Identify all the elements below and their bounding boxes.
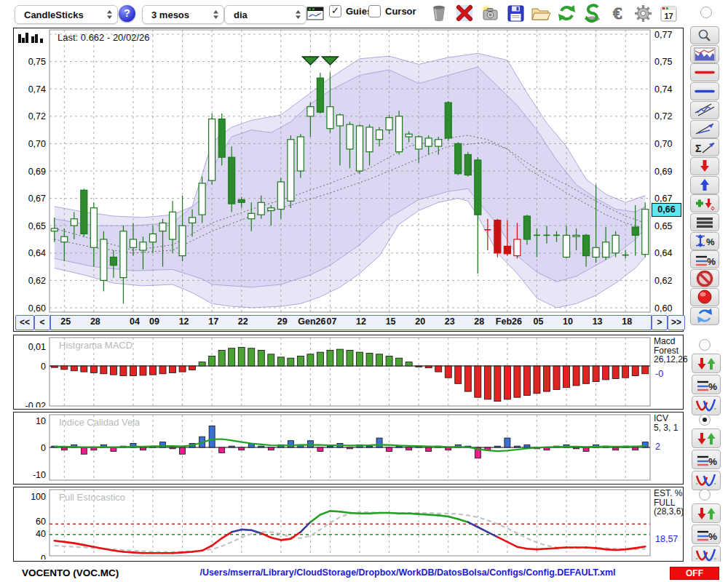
macd-signal-arrows-button[interactable] bbox=[692, 354, 721, 373]
snapshot-camera-icon bbox=[480, 4, 500, 23]
candle bbox=[209, 113, 215, 185]
icv-curve-compare-button[interactable] bbox=[692, 471, 721, 490]
stochastic-levels-percent-button[interactable]: % bbox=[692, 525, 721, 544]
chevron-updown-icon bbox=[106, 9, 113, 20]
toolbar: CandleSticks ? 3 mesos dia bbox=[0, 0, 728, 28]
icv-levels-percent-button[interactable]: % bbox=[692, 450, 721, 469]
reload-undo-icon bbox=[582, 4, 602, 23]
stochastic-current-value: 18,57 bbox=[655, 534, 684, 544]
interval-select[interactable]: dia bbox=[224, 5, 306, 24]
signal-arrows-icon bbox=[695, 506, 718, 521]
x-axis-tick: 22 bbox=[238, 316, 248, 327]
candle bbox=[612, 231, 619, 258]
refresh-button[interactable] bbox=[555, 3, 577, 23]
volume-chart-button[interactable] bbox=[690, 45, 719, 63]
macd-title: Histgrama MACD bbox=[59, 340, 132, 351]
icv-signal-arrows-button[interactable] bbox=[692, 428, 721, 448]
zoom-magnifier-button[interactable] bbox=[690, 26, 719, 44]
levels-percent-icon: % bbox=[695, 527, 717, 542]
macd-panel-radio[interactable] bbox=[699, 339, 711, 351]
svg-text:%: % bbox=[707, 256, 716, 267]
sigma-trend-button[interactable]: Σ bbox=[690, 138, 719, 156]
levels-percent-icon: % bbox=[695, 378, 717, 392]
record-button[interactable] bbox=[690, 288, 719, 306]
svg-text:-0,02: -0,02 bbox=[25, 401, 47, 408]
svg-text:17: 17 bbox=[664, 12, 673, 20]
scroll-last-button[interactable]: >> bbox=[668, 315, 685, 330]
snapshot-camera-button[interactable] bbox=[479, 3, 501, 23]
candle bbox=[357, 124, 363, 174]
svg-text:0,72: 0,72 bbox=[28, 111, 46, 121]
delete-x-button[interactable] bbox=[454, 3, 475, 23]
stochastic-panel-radio[interactable] bbox=[699, 489, 711, 501]
config-path-link[interactable]: /Users/mserra/Library/CloudStorage/Dropb… bbox=[199, 567, 615, 578]
icv-panel-radio[interactable] bbox=[699, 414, 711, 426]
toolbar-radio[interactable] bbox=[700, 7, 712, 18]
levels-percent-button[interactable]: % bbox=[690, 250, 719, 268]
svg-text:60: 60 bbox=[36, 517, 46, 527]
help-icon[interactable]: ? bbox=[119, 5, 135, 22]
blue-hline-button[interactable] bbox=[690, 82, 719, 100]
x-axis-tick: 18 bbox=[622, 316, 632, 327]
range-percent-button[interactable]: % bbox=[690, 232, 719, 250]
period-select[interactable]: 3 mesos bbox=[142, 5, 224, 24]
record-icon bbox=[696, 288, 713, 306]
scroll-prev-button[interactable]: < bbox=[34, 315, 50, 330]
guies-checkbox[interactable]: ✓ Guies bbox=[329, 5, 372, 17]
save-floppy-icon bbox=[507, 4, 525, 23]
chart-type-select[interactable]: CandleSticks bbox=[15, 5, 118, 24]
trendline-icon bbox=[694, 121, 716, 136]
main-chart-panel: Last: 0.662 - 20/02/26 0,770,750,750,740… bbox=[13, 28, 684, 332]
svg-text:0,01: 0,01 bbox=[28, 342, 46, 352]
scroll-next-button[interactable]: > bbox=[652, 315, 668, 330]
calendar-button[interactable]: 17 bbox=[657, 3, 679, 23]
x-axis-tick: 05 bbox=[534, 316, 544, 327]
main-candlestick-chart: 0,770,750,750,740,740,720,720,700,700,69… bbox=[14, 28, 682, 314]
checkbox-box bbox=[368, 5, 381, 17]
forbidden-button[interactable] bbox=[690, 269, 719, 287]
reload-undo-button[interactable] bbox=[581, 3, 603, 23]
mini-chart-window-icon[interactable] bbox=[306, 7, 324, 20]
svg-text:0,70: 0,70 bbox=[654, 139, 672, 149]
macd-curve-compare-button[interactable] bbox=[692, 396, 721, 415]
symbol-label: VOCENTO (VOC.MC) bbox=[22, 567, 119, 578]
svg-text:0,64: 0,64 bbox=[28, 248, 46, 258]
euro-button[interactable]: € bbox=[606, 3, 628, 23]
off-status-badge[interactable]: OFF bbox=[670, 567, 719, 580]
channel-lines-button[interactable] bbox=[690, 101, 719, 119]
svg-text:0,60: 0,60 bbox=[28, 303, 46, 314]
open-folder-button[interactable] bbox=[530, 3, 552, 23]
x-axis-tick: 07 bbox=[326, 316, 336, 327]
hlines-menu-button[interactable] bbox=[690, 213, 719, 231]
swap-refresh-button[interactable] bbox=[690, 307, 719, 325]
svg-text:0,69: 0,69 bbox=[28, 167, 46, 177]
trash-button[interactable] bbox=[428, 3, 450, 23]
svg-text:0: 0 bbox=[41, 362, 46, 372]
x-axis-tick: 17 bbox=[208, 316, 218, 327]
checkbox-box: ✓ bbox=[329, 5, 341, 17]
save-floppy-button[interactable] bbox=[505, 3, 526, 23]
levels-percent-icon: % bbox=[694, 252, 716, 267]
x-axis-tick: 23 bbox=[445, 316, 455, 327]
levels-percent-icon: % bbox=[695, 453, 717, 467]
svg-text:-10: -10 bbox=[33, 470, 46, 480]
toolbar-actions: €17 bbox=[428, 3, 679, 23]
candle bbox=[642, 202, 649, 257]
svg-text:%: % bbox=[708, 456, 717, 467]
cursor-checkbox[interactable]: Cursor bbox=[368, 5, 416, 17]
red-hline-icon bbox=[694, 65, 716, 79]
red-down-arrow-button[interactable] bbox=[690, 157, 719, 175]
settings-gear-button[interactable] bbox=[632, 3, 654, 23]
histogram-style-icon[interactable] bbox=[17, 31, 47, 44]
svg-text:0,72: 0,72 bbox=[654, 111, 672, 121]
macd-levels-percent-button[interactable]: % bbox=[692, 375, 721, 394]
trendline-button[interactable] bbox=[690, 120, 719, 138]
blue-up-arrow-button[interactable] bbox=[690, 176, 719, 194]
stochastic-signal-arrows-button[interactable] bbox=[692, 503, 721, 523]
svg-text:0,65: 0,65 bbox=[28, 221, 46, 231]
scroll-first-button[interactable]: << bbox=[15, 315, 34, 330]
x-axis-tick: 15 bbox=[386, 316, 396, 327]
x-axis-tick: 09 bbox=[149, 316, 159, 327]
add-signal-button[interactable] bbox=[690, 194, 719, 212]
red-hline-button[interactable] bbox=[690, 63, 719, 81]
